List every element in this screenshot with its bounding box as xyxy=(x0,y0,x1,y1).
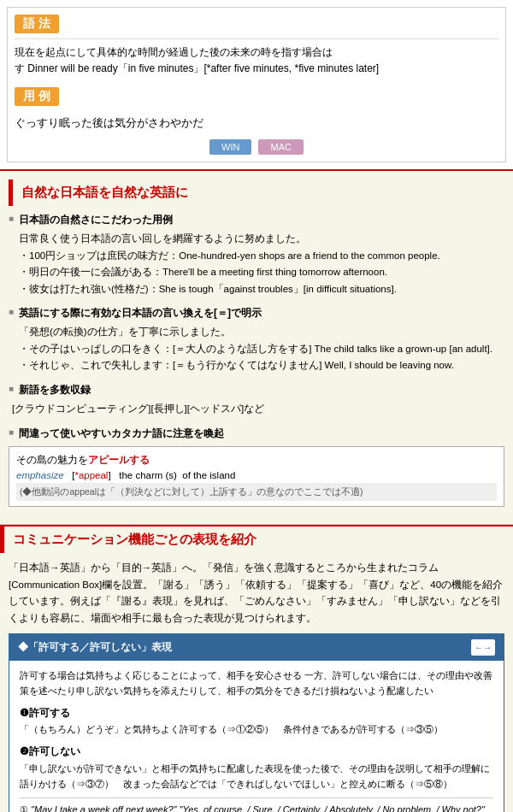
example-text: ぐっすり眠った後は気分がさわやかだ xyxy=(15,111,498,132)
deny-text: 「申し訳ないが許可できない」と相手の気持ちに配慮した表現を使った後で、その理由を… xyxy=(20,763,490,790)
top-section: 語 法 現在を起点にして具体的な時間が経過した後の未来の時を指す場合は す Di… xyxy=(7,7,506,162)
sub2-line-1: ・その子はいっぱしの口をきく：[＝大人のような話し方をする] The child… xyxy=(12,341,504,358)
top-btn-row: WIN MAC xyxy=(15,139,498,155)
katakana-note: (◆他動詞のappealは「（判決などに対して）上訴する」の意なのでここでは不適… xyxy=(16,483,497,501)
section1-block: 自然な日本語を自然な英語に 日本語の自然さにこだわった用例 日常良く使う日本語の… xyxy=(0,169,513,525)
katakana-example: その島の魅力をアピールする xyxy=(16,452,497,468)
katakana-wrong: *appeal xyxy=(74,470,108,480)
comm-box-body: 許可する場合は気持ちよく応じることによって、相手を安心させる 一方、許可しない場… xyxy=(9,661,504,812)
sub1-content: 日常良く使う日本語の言い回しを網羅するように努めました。 ・100円ショップは庶… xyxy=(9,231,504,297)
section1-header: 自然な日本語を自然な英語に xyxy=(9,179,504,206)
deny-section: ❷許可しない 「申し訳ないが許可できない」と相手の気持ちに配慮した表現を使った後… xyxy=(20,743,493,792)
sub2-title: 英語にする際に有効な日本語の言い換えを[＝]で明示 xyxy=(9,306,504,321)
ex1-text: "May I take a week off next week?" "Yes,… xyxy=(31,804,485,812)
allow-section: ❶許可する 「（もちろん）どうぞ」と気持ちよく許可する（⇒①②⑤） 条件付きであ… xyxy=(20,704,493,738)
ex1-num: ① xyxy=(20,804,28,812)
comm-examples: ① "May I take a week off next week?" "Ye… xyxy=(20,797,493,812)
deny-title: ❷許可しない xyxy=(20,745,80,757)
sub2-line-0: 「発想(の転換)の仕方」を丁寧に示しました。 xyxy=(12,324,504,341)
sub1-line-1: ・100円ショップは庶民の味方だ：One-hundred-yen shops a… xyxy=(12,248,504,265)
grammar-badge: 語 法 xyxy=(15,15,59,33)
comm-box-title: ◆「許可する／許可しない」表現 xyxy=(18,638,172,656)
allow-text: 「（もちろん）どうぞ」と気持ちよく許可する（⇒①②⑤） 条件付きであるが許可する… xyxy=(20,724,443,734)
sub2-content: 「発想(の転換)の仕方」を丁寧に示しました。 ・その子はいっぱしの口をきく：[＝… xyxy=(9,324,504,374)
sub2-line-2: ・それじゃ、これで失礼します：[＝もう行かなくてはなりません] Well, I … xyxy=(12,357,504,374)
katakana-en-italic: emphasize xyxy=(16,470,64,480)
top-mac-button[interactable]: MAC xyxy=(258,139,303,155)
sub2-block: 英語にする際に有効な日本語の言い換えを[＝]で明示 「発想(の転換)の仕方」を丁… xyxy=(9,306,504,374)
example-badge: 用 例 xyxy=(15,87,59,106)
comm-box-header: ◆「許可する／許可しない」表現 ←→ xyxy=(9,634,504,660)
sub1-block: 日本語の自然さにこだわった用例 日常良く使う日本語の言い回しを網羅するように努め… xyxy=(9,213,504,297)
sub4-title: 間違って使いやすいカタカナ語に注意を喚起 xyxy=(9,427,504,441)
katakana-en: emphasize [*appeal] the charm (s) of the… xyxy=(16,468,497,483)
sub1-title: 日本語の自然さにこだわった用例 xyxy=(9,213,504,227)
section2-block: コミュニケーション機能ごとの表現を紹介 「日本語→英語」から「目的→英語」へ。「… xyxy=(0,525,513,812)
sub1-line-0: 日常良く使う日本語の言い回しを網羅するように努めました。 xyxy=(12,231,504,248)
sub3-content: [クラウドコンピューティング][長押し][ヘッドスパ]など xyxy=(9,401,504,418)
comm-box-intro: 許可する場合は気持ちよく応じることによって、相手を安心させる 一方、許可しない場… xyxy=(20,668,493,699)
top-win-button[interactable]: WIN xyxy=(209,139,251,155)
katakana-highlight: アピールする xyxy=(88,455,150,465)
section2-body-text: 「日本語→英語」から「目的→英語」へ。「発信」を強く意識するところから生まれたコ… xyxy=(9,562,503,623)
allow-title: ❶許可する xyxy=(20,707,70,719)
grammar-text: 現在を起点にして具体的な時間が経過した後の未来の時を指す場合は す Dinner… xyxy=(15,38,498,77)
sub4-block: 間違って使いやすいカタカナ語に注意を喚起 その島の魅力をアピールする empha… xyxy=(9,427,504,508)
section2-body: 「日本語→英語」から「目的→英語」へ。「発信」を強く意識するところから生まれたコ… xyxy=(0,553,513,812)
comm-box: ◆「許可する／許可しない」表現 ←→ 許可する場合は気持ちよく応じることによって… xyxy=(9,633,504,812)
section2-header: コミュニケーション機能ごとの表現を紹介 xyxy=(0,527,513,553)
sub3-title: 新語を多数収録 xyxy=(9,383,504,397)
katakana-box: その島の魅力をアピールする emphasize [*appeal] the ch… xyxy=(9,446,504,508)
comm-box-icon: ←→ xyxy=(471,639,495,656)
sub3-block: 新語を多数収録 [クラウドコンピューティング][長押し][ヘッドスパ]など xyxy=(9,383,504,418)
sub1-line-3: ・彼女は打たれ強い(性格だ)：She is tough「against trou… xyxy=(12,281,504,298)
sub1-line-2: ・明日の午後一に会議がある：There'll be a meeting firs… xyxy=(12,264,504,281)
example-1: ① "May I take a week off next week?" "Ye… xyxy=(20,802,493,812)
